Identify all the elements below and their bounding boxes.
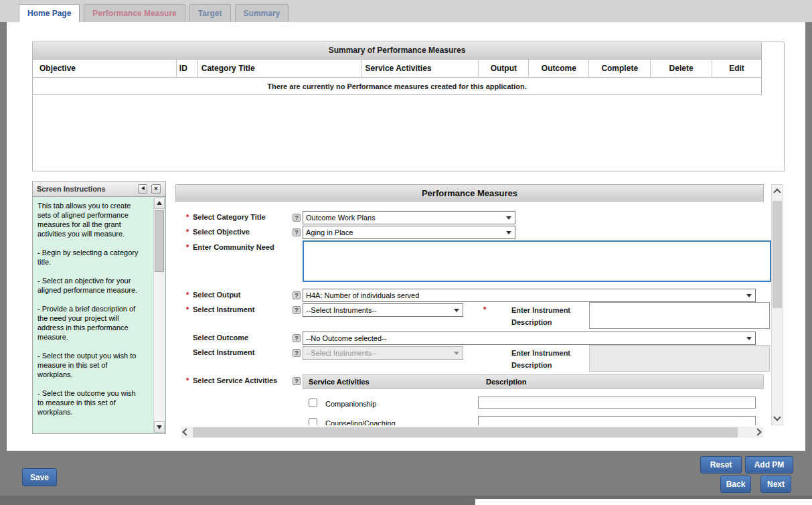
service-activities-header-row: Service Activities Description <box>303 374 764 389</box>
column-header-output: Output <box>479 60 529 77</box>
summary-table-header-row: Objective ID Category Title Service Acti… <box>33 60 762 78</box>
empty-table-message: There are currently no Performance measu… <box>33 78 762 95</box>
selected-value: Outcome Work Plans <box>306 214 376 222</box>
screen-instructions-header: Screen Instructions × <box>33 182 165 197</box>
column-header-edit: Edit <box>712 60 761 77</box>
help-icon[interactable]: ? <box>293 349 301 357</box>
scrollbar-thumb[interactable] <box>155 210 164 272</box>
column-header-category-title: Category Title <box>198 60 362 77</box>
category-title-label: Select Category Title <box>193 213 266 221</box>
save-button[interactable]: Save <box>22 468 57 486</box>
companionship-description-input[interactable] <box>478 396 756 409</box>
screen-instructions-title: Screen Instructions <box>37 182 106 196</box>
tab-summary[interactable]: Summary <box>235 4 289 22</box>
selected-value: --Select Instruments-- <box>306 306 377 314</box>
column-header-objective: Objective <box>33 60 177 77</box>
form-vertical-scrollbar <box>771 184 783 425</box>
required-asterisk: * <box>186 243 189 251</box>
form-horizontal-scrollbar <box>181 427 763 438</box>
summary-table: Summary of Performance Measures Objectiv… <box>32 42 785 171</box>
companionship-checkbox[interactable] <box>309 399 317 407</box>
summary-table-title: Summary of Performance Measures <box>33 42 762 60</box>
instruction-paragraph: - Begin by selecting a category title. <box>37 248 143 267</box>
scroll-down-icon[interactable] <box>773 413 781 421</box>
outcome-select[interactable]: --No Outcome selected-- <box>303 332 756 345</box>
bottom-white-strip <box>475 499 812 505</box>
output-select[interactable]: H4A: Number of individuals served <box>303 289 756 302</box>
selected-value: Aging in Place <box>306 228 353 236</box>
reset-button[interactable]: Reset <box>700 456 742 474</box>
help-icon[interactable]: ? <box>293 306 301 314</box>
scroll-right-icon[interactable] <box>754 428 761 435</box>
tab-target[interactable]: Target <box>189 4 231 22</box>
community-need-label: Enter Community Need <box>193 243 274 251</box>
help-icon[interactable]: ? <box>293 214 301 222</box>
required-asterisk: * <box>483 305 486 313</box>
description-column-header: Description <box>486 375 527 389</box>
help-icon[interactable]: ? <box>293 228 301 236</box>
scrollbar-thumb[interactable] <box>773 201 782 308</box>
scrollbar-thumb[interactable] <box>193 427 738 437</box>
service-activities-column-header: Service Activities <box>309 375 370 389</box>
dropdown-arrow-icon <box>746 294 752 297</box>
outcome-label: Select Outcome <box>193 334 248 342</box>
required-asterisk: * <box>186 376 189 384</box>
instrument-description-label: Enter Instrument Description <box>511 347 584 371</box>
category-title-select[interactable]: Outcome Work Plans <box>303 211 515 224</box>
instrument-outcome-select-disabled: --Select Instruments-- <box>303 346 463 360</box>
selected-value: H4A: Number of individuals served <box>306 291 419 299</box>
instructions-scrollbar <box>153 198 165 433</box>
counseling-coaching-checkbox[interactable] <box>309 418 317 425</box>
scroll-up-icon[interactable] <box>773 188 781 196</box>
counseling-coaching-description-input[interactable] <box>478 416 756 425</box>
required-asterisk: * <box>186 228 189 236</box>
content-area: Summary of Performance Measures Objectiv… <box>7 22 805 451</box>
help-icon[interactable]: ? <box>293 291 301 299</box>
scroll-up-button[interactable] <box>154 198 165 209</box>
instructions-text: This tab allows you to create sets of al… <box>37 201 143 426</box>
community-need-textarea[interactable] <box>303 240 771 282</box>
objective-select[interactable]: Aging in Place <box>303 226 515 239</box>
service-activities-table: Service Activities Description Companion… <box>303 374 764 425</box>
add-pm-button[interactable]: Add PM <box>745 456 793 474</box>
required-asterisk: * <box>186 291 189 299</box>
column-header-complete: Complete <box>589 60 651 77</box>
tab-home-page[interactable]: Home Page <box>19 4 80 22</box>
collapse-panel-button[interactable] <box>138 184 147 194</box>
performance-measures-panel: Performance Measures * Select Category T… <box>175 184 783 440</box>
dropdown-arrow-icon <box>506 216 511 220</box>
scroll-down-icon <box>157 425 162 429</box>
next-button[interactable]: Next <box>760 476 791 493</box>
tab-label: Summary <box>244 9 280 18</box>
instruction-paragraph: - Provide a brief description of the nee… <box>37 304 143 342</box>
objective-label: Select Objective <box>193 228 250 236</box>
performance-measures-form: * Select Category Title ? Outcome Work P… <box>175 202 771 425</box>
tab-strip: Home Page Performance Measure Target Sum… <box>0 0 812 22</box>
counseling-coaching-label: Counseling/Coaching <box>325 419 396 425</box>
application-window: Home Page Performance Measure Target Sum… <box>0 0 812 505</box>
scroll-down-button[interactable] <box>154 421 165 433</box>
required-asterisk: * <box>186 305 189 313</box>
instruction-paragraph: This tab allows you to create sets of al… <box>37 201 143 238</box>
tab-performance-measure[interactable]: Performance Measure <box>84 4 185 22</box>
output-label: Select Output <box>193 291 241 299</box>
instrument-output-description-textarea[interactable] <box>589 302 770 329</box>
selected-value: --Select Instruments-- <box>306 349 377 357</box>
screen-instructions-body: This tab allows you to create sets of al… <box>33 197 165 433</box>
dropdown-arrow-icon <box>454 352 459 355</box>
column-header-delete: Delete <box>651 60 712 77</box>
instrument-output-select[interactable]: --Select Instruments-- <box>303 303 463 317</box>
close-panel-button[interactable]: × <box>151 184 161 194</box>
instrument-output-label: Select Instrument <box>193 305 254 313</box>
scroll-up-icon <box>157 201 162 205</box>
column-header-id: ID <box>177 60 198 77</box>
collapse-arrow-icon <box>141 186 145 190</box>
help-icon[interactable]: ? <box>293 377 301 385</box>
instrument-description-label: Enter Instrument Description <box>511 304 584 328</box>
dropdown-arrow-icon <box>746 337 752 340</box>
back-button[interactable]: Back <box>720 476 751 493</box>
scroll-left-icon[interactable] <box>182 428 189 435</box>
companionship-label: Companionship <box>325 400 376 408</box>
help-icon[interactable]: ? <box>293 334 301 342</box>
selected-value: --No Outcome selected-- <box>306 334 386 342</box>
